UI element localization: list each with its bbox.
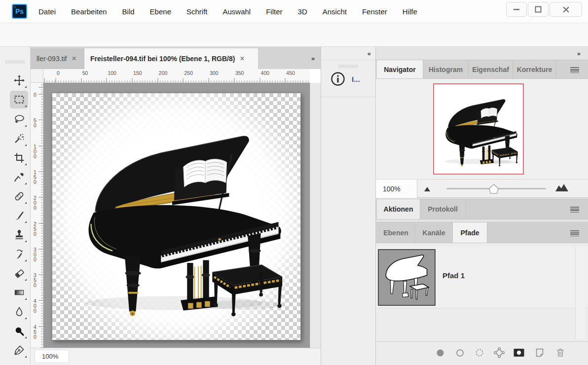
magic-wand-tool[interactable] bbox=[10, 130, 28, 147]
add-mask-button[interactable] bbox=[513, 347, 525, 359]
move-tool[interactable] bbox=[10, 72, 28, 89]
menu-hilfe[interactable]: Hilfe bbox=[403, 7, 417, 16]
fill-path-icon bbox=[436, 349, 444, 357]
delete-path-button[interactable] bbox=[554, 347, 566, 359]
crop-tool[interactable] bbox=[10, 149, 28, 167]
maximize-icon bbox=[535, 6, 542, 13]
path-list-item[interactable]: Pfad 1 bbox=[376, 247, 588, 308]
tab-close-icon[interactable]: × bbox=[240, 54, 244, 63]
ruler-origin-corner[interactable] bbox=[31, 69, 43, 83]
pen-tool[interactable] bbox=[10, 341, 28, 359]
toolbar: » bbox=[0, 47, 31, 365]
path-piano-silhouette bbox=[379, 250, 435, 305]
tab-histogramm[interactable]: Histogram bbox=[423, 60, 469, 78]
navigator-proxy-view[interactable] bbox=[433, 83, 524, 175]
menu-auswahl[interactable]: Auswahl bbox=[223, 7, 251, 16]
eyedropper-icon bbox=[13, 171, 25, 183]
menu-schrift[interactable]: Schrift bbox=[186, 7, 208, 16]
collapse-dock-button[interactable]: » bbox=[577, 50, 580, 57]
lasso-tool[interactable] bbox=[10, 110, 28, 128]
expand-dock-button[interactable]: « bbox=[368, 50, 370, 57]
crop-icon bbox=[13, 152, 25, 164]
make-work-path-button[interactable] bbox=[493, 347, 505, 359]
actions-tab-row: Aktionen Protokoll bbox=[376, 199, 588, 219]
document-tab-inactive[interactable]: ller-093.tif × bbox=[31, 48, 84, 69]
ruler-minor-ticks bbox=[41, 83, 43, 348]
move-icon bbox=[13, 74, 25, 86]
vertical-ruler[interactable]: 05010015020025030035040045050 bbox=[31, 83, 43, 348]
menu-ebene[interactable]: Ebene bbox=[150, 7, 171, 16]
canvas-pasteboard[interactable] bbox=[43, 83, 310, 348]
magic-wand-icon bbox=[13, 133, 25, 145]
info-panel-collapsed[interactable]: I... bbox=[321, 60, 375, 97]
blur-tool[interactable] bbox=[10, 303, 28, 321]
path-thumbnail[interactable] bbox=[378, 249, 436, 306]
tab-ebenen[interactable]: Ebenen bbox=[377, 222, 415, 243]
collapsed-dock-header: « bbox=[321, 48, 375, 60]
zoom-out-mountain-icon[interactable] bbox=[423, 185, 433, 192]
tab-close-icon[interactable]: × bbox=[72, 54, 76, 63]
zoom-in-mountains-icon[interactable] bbox=[554, 182, 569, 192]
new-path-icon bbox=[534, 347, 545, 358]
ruler-label: 50 bbox=[82, 70, 88, 76]
history-brush-tool[interactable] bbox=[10, 245, 28, 263]
collapsed-panel-dock: « I... bbox=[321, 47, 376, 365]
navigator-zoom-field[interactable]: 100% bbox=[376, 180, 417, 198]
eyedropper-tool[interactable] bbox=[10, 168, 28, 186]
paths-scrollbar[interactable] bbox=[575, 247, 585, 339]
menu-filter[interactable]: Filter bbox=[266, 7, 282, 16]
menu-ansicht[interactable]: Ansicht bbox=[323, 7, 347, 16]
eraser-tool[interactable] bbox=[10, 264, 28, 282]
menu-3d[interactable]: 3D bbox=[298, 7, 307, 16]
tab-navigator[interactable]: Navigator bbox=[377, 60, 423, 78]
horizontal-ruler[interactable]: 05010015020025030035040045050 bbox=[43, 69, 310, 83]
close-button[interactable] bbox=[550, 2, 582, 17]
clone-stamp-tool[interactable] bbox=[10, 226, 28, 244]
tab-protokoll[interactable]: Protokoll bbox=[420, 199, 466, 219]
stroke-path-icon bbox=[456, 349, 464, 357]
gradient-tool[interactable] bbox=[10, 284, 28, 301]
dodge-tool[interactable] bbox=[10, 322, 28, 340]
ruler-label: 0 bbox=[57, 70, 60, 76]
menu-datei[interactable]: Datei bbox=[38, 7, 56, 16]
gradient-icon bbox=[13, 287, 25, 298]
menu-fenster[interactable]: Fenster bbox=[362, 7, 387, 16]
panel-menu-icon[interactable] bbox=[570, 67, 579, 73]
panel-menu-icon[interactable] bbox=[570, 207, 579, 213]
tab-pfade[interactable]: Pfade bbox=[453, 222, 487, 243]
tab-aktionen[interactable]: Aktionen bbox=[377, 199, 420, 219]
tab-korrekturen[interactable]: Korrekture bbox=[513, 60, 556, 78]
spot-healing-tool[interactable] bbox=[10, 187, 28, 205]
toolbar-collapse-button[interactable]: » bbox=[13, 3, 16, 10]
zoom-slider-thumb[interactable] bbox=[488, 183, 499, 194]
ruler-label: 250 bbox=[32, 221, 38, 236]
tab-overflow-button[interactable]: » bbox=[305, 50, 321, 67]
fill-path-button[interactable] bbox=[434, 347, 446, 359]
brush-tool[interactable] bbox=[10, 207, 28, 224]
menu-bearbeiten[interactable]: Bearbeiten bbox=[71, 7, 107, 16]
document-scrollbar[interactable] bbox=[310, 83, 321, 348]
info-panel-label: I... bbox=[352, 75, 360, 83]
canvas-page[interactable] bbox=[52, 93, 301, 340]
rectangular-marquee-tool[interactable] bbox=[10, 91, 28, 109]
maximize-button[interactable] bbox=[528, 2, 549, 17]
mask-icon bbox=[513, 348, 525, 358]
ruler-label: 450 bbox=[286, 70, 295, 76]
load-path-as-selection-button[interactable] bbox=[474, 347, 485, 359]
tab-kanaele[interactable]: Kanäle bbox=[415, 222, 453, 243]
eraser-icon bbox=[13, 267, 25, 279]
minimize-button[interactable] bbox=[506, 2, 527, 17]
path-name: Pfad 1 bbox=[442, 271, 465, 280]
document-tab-active[interactable]: Freisteller-094.tif bei 100% (Ebene 1, R… bbox=[84, 48, 258, 69]
panel-menu-icon[interactable] bbox=[570, 230, 579, 236]
document-tab-label: ller-093.tif bbox=[37, 55, 67, 63]
status-zoom-field[interactable]: 100% bbox=[35, 350, 69, 363]
new-path-button[interactable] bbox=[534, 347, 546, 359]
toolbar-grip[interactable] bbox=[6, 60, 25, 64]
stamp-icon bbox=[13, 229, 25, 241]
stroke-path-button[interactable] bbox=[454, 347, 466, 359]
dodge-icon bbox=[13, 325, 25, 337]
tab-eigenschaften[interactable]: Eigenschaf bbox=[469, 60, 513, 78]
menu-bild[interactable]: Bild bbox=[122, 7, 135, 16]
paths-panel: Pfad 1 bbox=[376, 243, 588, 365]
